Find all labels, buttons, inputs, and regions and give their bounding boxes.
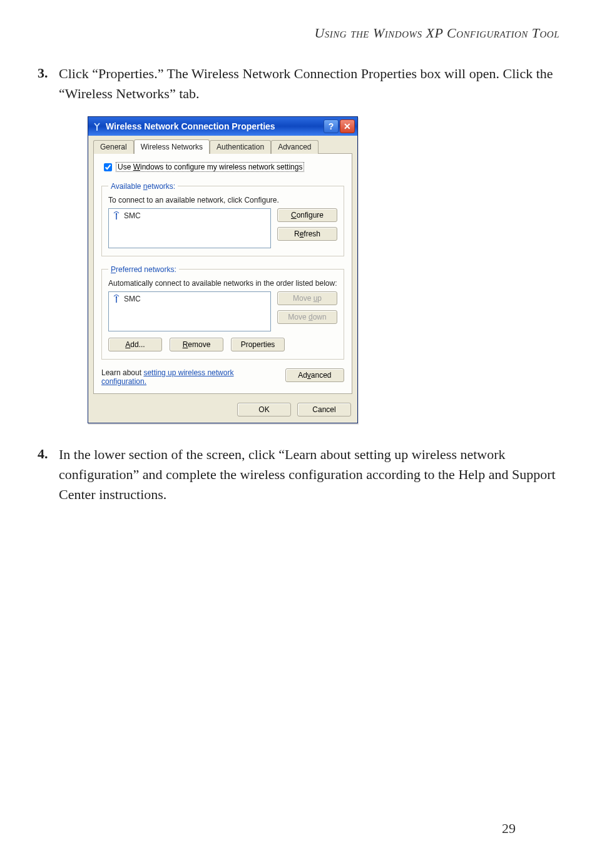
available-hint: To connect to an available network, clic… <box>108 196 337 204</box>
svg-point-6 <box>116 296 117 298</box>
preferred-networks-list[interactable]: SMC <box>108 291 271 331</box>
refresh-button[interactable]: Refresh <box>277 227 337 241</box>
remove-button[interactable]: Remove <box>170 338 223 351</box>
tab-advanced[interactable]: Advanced <box>271 140 318 154</box>
wireless-titlebar-icon <box>92 121 102 131</box>
tab-authentication[interactable]: Authentication <box>210 140 271 154</box>
svg-line-2 <box>97 123 100 126</box>
move-up-button[interactable]: Move up <box>277 291 337 305</box>
cancel-button[interactable]: Cancel <box>297 403 351 416</box>
tab-strip: General Wireless Networks Authentication… <box>88 136 357 153</box>
page-section-header: Using the Windows XP Configuration Tool <box>38 25 559 41</box>
step-text-3: Click “Properties.” The Wireless Network… <box>59 64 559 104</box>
wireless-icon <box>113 211 120 221</box>
preferred-networks-group: Preferred networks: Automatically connec… <box>101 265 344 360</box>
wireless-properties-dialog: Wireless Network Connection Properties ?… <box>88 116 358 423</box>
step-text-4: In the lower section of the screen, clic… <box>59 445 559 505</box>
preferred-hint: Automatically connect to available netwo… <box>108 279 337 288</box>
help-button[interactable]: ? <box>324 119 339 133</box>
use-windows-checkbox[interactable] <box>104 163 112 171</box>
learn-about-text: Learn about setting up wireless network … <box>101 368 278 386</box>
available-networks-legend: Available networks: <box>108 182 178 191</box>
wireless-icon <box>113 294 120 304</box>
step-4: 4. In the lower section of the screen, c… <box>38 445 559 505</box>
available-networks-group: Available networks: To connect to an ava… <box>101 182 344 256</box>
properties-button[interactable]: Properties <box>231 338 285 351</box>
move-down-button[interactable]: Move down <box>277 310 337 324</box>
ok-button[interactable]: OK <box>237 403 291 416</box>
available-item-label: SMC <box>124 211 141 220</box>
page-number: 29 <box>502 820 516 837</box>
list-item[interactable]: SMC <box>110 210 269 221</box>
preferred-item-label: SMC <box>124 295 141 303</box>
tab-general[interactable]: General <box>93 140 134 154</box>
step-number-3: 3. <box>38 64 59 104</box>
configure-button[interactable]: Configure <box>277 208 337 222</box>
header-text: Using the Windows XP Configuration Tool <box>314 25 559 41</box>
close-button[interactable]: ✕ <box>340 119 355 133</box>
dialog-title: Wireless Network Connection Properties <box>106 121 322 131</box>
tab-body-wireless: Use Windows to configure my wireless net… <box>93 153 352 394</box>
tab-wireless-networks[interactable]: Wireless Networks <box>134 139 210 153</box>
svg-point-4 <box>116 213 117 214</box>
add-button[interactable]: Add... <box>108 338 162 351</box>
step-number-4: 4. <box>38 445 59 505</box>
preferred-networks-legend: Preferred networks: <box>108 265 179 274</box>
step-3: 3. Click “Properties.” The Wireless Netw… <box>38 64 559 104</box>
available-networks-list[interactable]: SMC <box>108 208 271 248</box>
advanced-button[interactable]: Advanced <box>285 368 344 382</box>
use-windows-label: Use Windows to configure my wireless net… <box>116 162 304 172</box>
list-item[interactable]: SMC <box>110 293 269 305</box>
dialog-titlebar: Wireless Network Connection Properties ?… <box>88 117 357 136</box>
